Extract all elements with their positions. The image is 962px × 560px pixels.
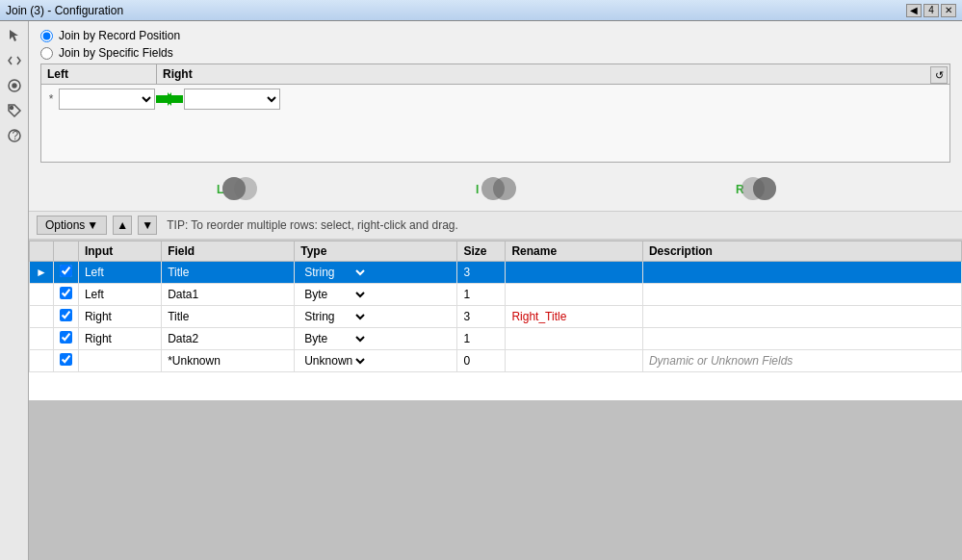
description-cell xyxy=(642,328,961,350)
type-cell[interactable]: ByteBoolInt16Int32Int64FloatDoubleString… xyxy=(295,306,457,328)
row-checkbox[interactable] xyxy=(60,265,72,277)
radio-record-position[interactable]: Join by Record Position xyxy=(40,29,950,42)
options-bar: Options ▼ ▲ ▼ TIP: To reorder multiple r… xyxy=(29,211,962,240)
join-col-left-header: Left xyxy=(41,64,157,84)
checkbox-cell xyxy=(53,284,78,306)
rename-cell xyxy=(506,262,643,284)
content-area: Join by Record Position Join by Specific… xyxy=(29,21,962,560)
close-button[interactable]: ✕ xyxy=(941,4,956,17)
col-description: Description xyxy=(642,242,961,262)
inner-join-icon[interactable]: I xyxy=(474,174,516,203)
col-input: Input xyxy=(78,242,161,262)
rename-cell xyxy=(506,350,643,372)
col-field: Field xyxy=(162,242,295,262)
field-cell: Title xyxy=(162,262,295,284)
type-cell[interactable]: ByteBoolInt16Int32Int64FloatDoubleString… xyxy=(295,328,457,350)
tip-text: TIP: To reorder multiple rows: select, r… xyxy=(167,218,458,232)
right-join-icon[interactable]: R xyxy=(734,174,776,203)
join-table-section: Left Right * Left xyxy=(40,64,950,163)
join-right-select[interactable]: Right xyxy=(184,89,280,110)
row-arrow-icon: ► xyxy=(36,266,47,279)
input-cell: Left xyxy=(78,262,161,284)
join-table-header: Left Right xyxy=(41,64,949,85)
join-left-select[interactable]: Left xyxy=(59,89,155,110)
tag-icon[interactable] xyxy=(4,100,25,121)
type-cell[interactable]: ByteBoolInt16Int32Int64FloatDoubleString… xyxy=(295,350,457,372)
join-table-row: * Left Right xyxy=(41,85,949,114)
description-cell: Dynamic or Unknown Fields xyxy=(642,350,961,372)
scroll-right-button[interactable]: ↺ xyxy=(930,66,948,84)
left-join-icon[interactable]: L xyxy=(215,174,257,203)
row-checkbox[interactable] xyxy=(60,309,72,321)
pin-button[interactable]: ◀ xyxy=(906,4,922,17)
radio-specific-fields-input[interactable] xyxy=(40,47,53,60)
svg-point-13 xyxy=(493,177,516,200)
move-down-button[interactable]: ▼ xyxy=(138,216,157,235)
row-indicator xyxy=(30,306,54,328)
title-bar: Join (3) - Configuration ◀ 4 ✕ xyxy=(0,0,962,21)
field-cell: Data1 xyxy=(162,284,295,306)
type-select[interactable]: ByteBoolInt16Int32Int64FloatDoubleString… xyxy=(300,264,368,281)
size-cell: 1 xyxy=(457,328,506,350)
checkbox-cell xyxy=(53,306,78,328)
type-select[interactable]: ByteBoolInt16Int32Int64FloatDoubleString… xyxy=(300,330,368,347)
table-row: RightData2ByteBoolInt16Int32Int64FloatDo… xyxy=(30,328,962,350)
row-checkbox[interactable] xyxy=(60,331,72,344)
size-cell: 0 xyxy=(457,350,506,372)
code-icon[interactable] xyxy=(4,50,25,71)
type-select[interactable]: ByteBoolInt16Int32Int64FloatDoubleString… xyxy=(300,352,368,369)
title-bar-text: Join (3) - Configuration xyxy=(6,4,123,17)
col-size: Size xyxy=(457,242,506,262)
svg-point-17 xyxy=(753,177,776,200)
description-cell xyxy=(642,262,961,284)
table-row: RightTitleByteBoolInt16Int32Int64FloatDo… xyxy=(30,306,962,328)
input-cell: Right xyxy=(78,328,161,350)
title-bar-controls: ◀ 4 ✕ xyxy=(906,4,956,17)
checkbox-cell xyxy=(53,350,78,372)
cursor-icon[interactable] xyxy=(4,25,25,46)
float-button[interactable]: 4 xyxy=(923,4,939,17)
bottom-area xyxy=(29,400,962,560)
description-cell xyxy=(642,306,961,328)
col-indicator xyxy=(30,242,54,262)
rename-cell xyxy=(506,284,643,306)
row-indicator xyxy=(30,328,54,350)
options-chevron-icon: ▼ xyxy=(87,218,98,232)
size-cell: 3 xyxy=(457,262,506,284)
row-checkbox[interactable] xyxy=(60,287,72,299)
circle-icon[interactable] xyxy=(4,75,25,96)
svg-point-2 xyxy=(10,107,13,110)
type-select[interactable]: ByteBoolInt16Int32Int64FloatDoubleString… xyxy=(300,308,368,325)
rename-cell xyxy=(506,328,643,350)
col-type: Type xyxy=(295,242,457,262)
rename-cell: Right_Title xyxy=(506,306,643,328)
join-arrow-icon xyxy=(155,91,184,107)
join-icons-row: L I R xyxy=(29,166,962,211)
data-table: Input Field Type Size Rename Description… xyxy=(29,240,962,400)
move-up-button[interactable]: ▲ xyxy=(113,216,132,235)
checkbox-cell xyxy=(53,262,78,284)
description-cell xyxy=(642,284,961,306)
svg-point-10 xyxy=(222,177,246,200)
svg-text:I: I xyxy=(476,183,479,196)
svg-point-1 xyxy=(13,84,16,88)
radio-specific-fields[interactable]: Join by Specific Fields xyxy=(40,46,950,60)
help-icon[interactable]: ? xyxy=(4,125,25,146)
type-select[interactable]: ByteBoolInt16Int32Int64FloatDoubleString… xyxy=(300,286,368,303)
field-cell: Title xyxy=(162,306,295,328)
join-table-body: * Left Right xyxy=(41,85,949,162)
input-cell xyxy=(78,350,161,372)
row-star: * xyxy=(43,92,59,106)
left-sidebar: ? xyxy=(0,21,29,560)
join-col-right-header: Right xyxy=(157,64,273,84)
input-cell: Left xyxy=(78,284,161,306)
options-button[interactable]: Options ▼ xyxy=(37,216,107,235)
size-cell: 1 xyxy=(457,284,506,306)
row-indicator xyxy=(30,350,54,372)
type-cell[interactable]: ByteBoolInt16Int32Int64FloatDoubleString… xyxy=(295,284,457,306)
main-container: ? Join by Record Position Join by Specif… xyxy=(0,21,962,560)
type-cell[interactable]: ByteBoolInt16Int32Int64FloatDoubleString… xyxy=(295,262,457,284)
row-indicator: ► xyxy=(30,262,54,284)
row-checkbox[interactable] xyxy=(60,353,72,366)
radio-record-position-input[interactable] xyxy=(40,30,53,42)
